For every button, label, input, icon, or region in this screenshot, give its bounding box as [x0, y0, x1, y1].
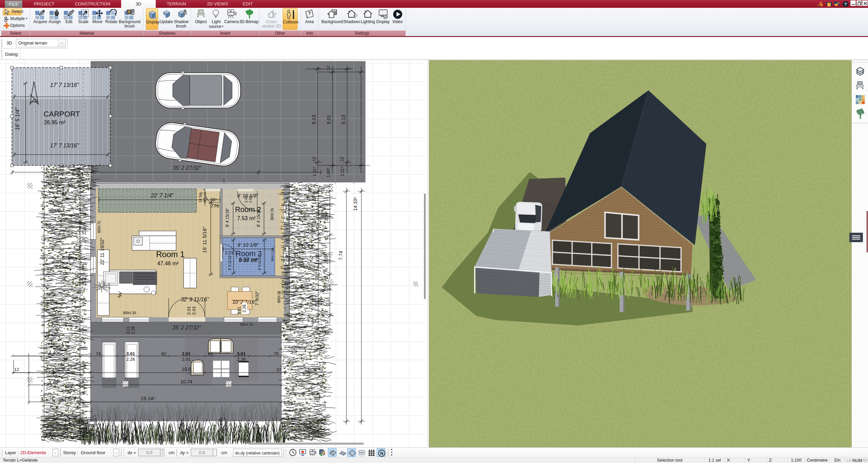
svg-text:1.51: 1.51 [78, 231, 87, 235]
svg-text:32' 9 11/16": 32' 9 11/16" [181, 297, 209, 302]
svg-text:BRH 35: BRH 35 [270, 208, 274, 220]
svg-text:5.01: 5.01 [326, 115, 332, 124]
svg-text:CARPORT: CARPORT [43, 110, 80, 118]
svg-text:37: 37 [325, 320, 329, 324]
svg-text:?: ? [844, 2, 847, 7]
svg-text:22' 11 19/32": 22' 11 19/32" [99, 238, 105, 265]
svg-text:BRH 35: BRH 35 [240, 322, 253, 326]
svg-text:5.13: 5.13 [341, 115, 346, 124]
svg-text:2.01: 2.01 [191, 306, 196, 315]
svg-text:62: 62 [162, 351, 166, 356]
svg-text:15.6 / 31.8: 15.6 / 31.8 [203, 189, 206, 203]
svg-text:22' 7 1/4": 22' 7 1/4" [151, 193, 174, 198]
svg-text:1.11⁵: 1.11⁵ [340, 167, 345, 176]
svg-text:2.26: 2.26 [126, 357, 135, 362]
svg-text:15' 11 5/16": 15' 11 5/16" [202, 227, 207, 253]
svg-text:9' 10 1/8": 9' 10 1/8" [238, 242, 259, 248]
svg-text:35' 2 27/32": 35' 2 27/32" [172, 325, 202, 331]
svg-text:3.01: 3.01 [237, 351, 245, 356]
svg-text:2.01: 2.01 [182, 357, 190, 362]
svg-text:2.01: 2.01 [186, 306, 191, 315]
svg-text:18 Stg.: 18 Stg. [199, 192, 202, 202]
svg-text:1.43⁵: 1.43⁵ [244, 195, 248, 203]
svg-text:8' 4 15/16": 8' 4 15/16" [256, 208, 261, 227]
svg-text:4.40⁶: 4.40⁶ [49, 350, 60, 356]
svg-text:12: 12 [14, 367, 19, 372]
svg-text:BRH 75: BRH 75 [97, 221, 101, 233]
svg-text:2.26: 2.26 [242, 304, 247, 313]
svg-text:12: 12 [340, 157, 344, 161]
svg-text:70: 70 [274, 351, 279, 356]
svg-text:74: 74 [96, 351, 101, 356]
svg-text:5.13: 5.13 [311, 115, 317, 124]
svg-text:2.01: 2.01 [182, 351, 190, 356]
svg-text:3.01: 3.01 [126, 326, 131, 334]
svg-text:3.01: 3.01 [126, 351, 135, 356]
svg-text:12: 12 [312, 157, 317, 161]
svg-text:35' 2 27/32": 35' 2 27/32" [173, 165, 202, 171]
svg-text:2.01: 2.01 [225, 250, 233, 255]
svg-text:BRH 1.50: BRH 1.50 [271, 248, 274, 261]
svg-text:1.11⁵: 1.11⁵ [312, 167, 317, 176]
svg-text:2.93⁵: 2.93⁵ [249, 195, 252, 203]
svg-text:14.10⁵: 14.10⁵ [353, 197, 358, 211]
svg-text:1.60⁵: 1.60⁵ [326, 168, 331, 177]
svg-text:2.01: 2.01 [210, 203, 219, 208]
svg-text:2.26: 2.26 [131, 326, 135, 334]
svg-text:16' 5 1/4": 16' 5 1/4" [15, 107, 20, 130]
svg-text:N: N [380, 451, 383, 456]
svg-text:17' 7 13/16": 17' 7 13/16" [50, 143, 79, 148]
svg-text:8' 4 15/16": 8' 4 15/16" [225, 208, 230, 227]
svg-text:17' 7 13/16": 17' 7 13/16" [50, 82, 79, 88]
svg-text:7.53 m²: 7.53 m² [237, 215, 256, 221]
svg-text:47.46 m²: 47.46 m² [157, 261, 179, 266]
svg-text:?: ? [308, 11, 311, 17]
svg-text:37: 37 [277, 367, 281, 372]
svg-text:88⁵: 88⁵ [210, 197, 217, 202]
svg-text:10.74: 10.74 [180, 379, 192, 385]
svg-text:7' 9/32": 7' 9/32" [254, 291, 260, 306]
svg-text:3.01: 3.01 [237, 306, 242, 315]
svg-text:65: 65 [208, 351, 213, 356]
svg-text:12: 12 [326, 66, 331, 70]
svg-text:7.74: 7.74 [338, 251, 343, 260]
svg-text:10.0: 10.0 [182, 367, 191, 372]
svg-text:Room 1: Room 1 [156, 250, 185, 259]
svg-text:6' 9 11/16": 6' 9 11/16" [228, 254, 232, 270]
svg-text:9' 10 1/8": 9' 10 1/8" [239, 257, 259, 263]
svg-text:6' 9 11/16": 6' 9 11/16" [258, 254, 262, 270]
svg-text:15.14⁵: 15.14⁵ [140, 395, 155, 401]
svg-text:26.95 m²: 26.95 m² [44, 120, 65, 125]
svg-text:2.26: 2.26 [237, 357, 245, 362]
svg-text:BRH 35: BRH 35 [123, 311, 136, 315]
